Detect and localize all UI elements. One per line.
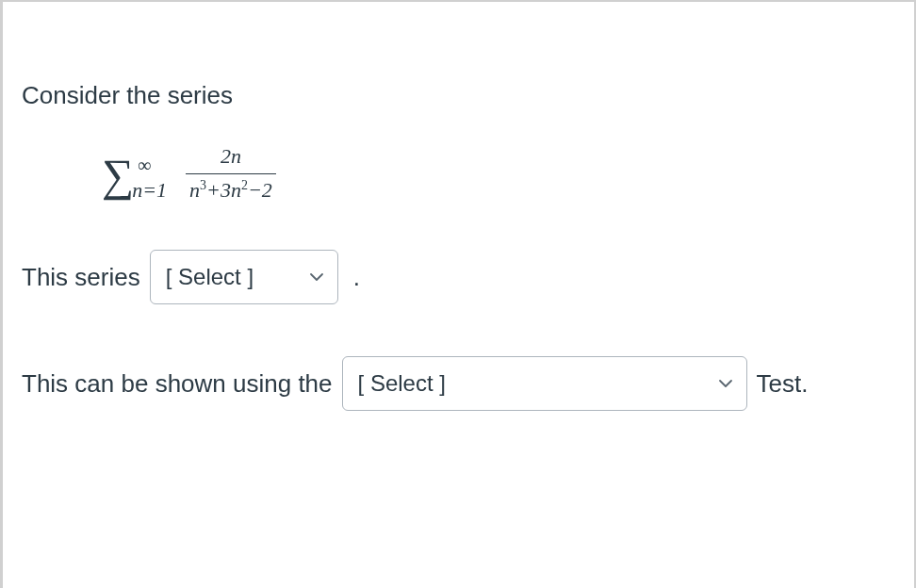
row2-prefix: This can be shown using the [22, 366, 333, 402]
statement-row-1: This series [ Select ] . [22, 250, 895, 304]
chevron-down-icon [718, 376, 733, 391]
sigma-lower-bound: n=1 [132, 174, 167, 205]
fraction: 2n n3+3n2−2 [186, 140, 276, 205]
intro-text: Consider the series [22, 77, 895, 114]
chevron-down-icon [309, 270, 324, 285]
row1-prefix: This series [22, 259, 140, 296]
question-panel: Consider the series ∑ ∞ n=1 2n n3+3n2−2 … [0, 0, 916, 588]
row2-suffix: Test. [757, 366, 809, 402]
fraction-denominator: n3+3n2−2 [186, 174, 276, 205]
fraction-numerator: 2n [217, 140, 245, 172]
select-placeholder: [ Select ] [358, 367, 446, 400]
series-behavior-select[interactable]: [ Select ] [150, 250, 338, 304]
test-name-select[interactable]: [ Select ] [342, 356, 747, 411]
select-placeholder: [ Select ] [166, 260, 254, 294]
series-expression: ∑ ∞ n=1 2n n3+3n2−2 [102, 142, 895, 207]
statement-row-2: This can be shown using the [ Select ] T… [22, 356, 895, 411]
sigma-symbol: ∑ ∞ n=1 [102, 153, 169, 198]
question-content: Consider the series ∑ ∞ n=1 2n n3+3n2−2 … [22, 77, 895, 411]
row1-suffix: . [353, 259, 360, 296]
